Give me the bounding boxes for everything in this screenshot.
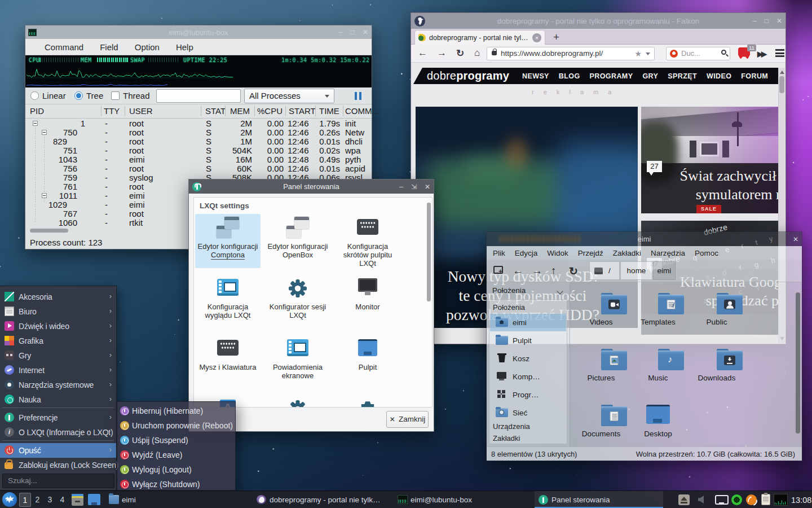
qps-menu-help[interactable]: Help [176,42,193,52]
quicklaunch-terminal-icon[interactable] [72,494,83,506]
fm-menu-przejdź[interactable]: Przejdź [578,249,603,257]
menu-item-nauka[interactable]: Nauka› [0,392,116,407]
qps-maximize-button[interactable]: □ [351,29,355,36]
workspace-button-1[interactable]: 1 [19,493,31,507]
fm-path-home[interactable]: home [620,261,652,280]
fm-menu-widok[interactable]: Widok [547,249,568,257]
falkon-back-button[interactable]: ← [418,47,427,59]
submenu-item-hibernuj-hibernate[interactable]: Hibernuj (Hibernate) [117,404,235,418]
fast-forward-icon[interactable]: ▶▶ [757,50,765,58]
qps-column-user[interactable]: USER [129,106,153,116]
tray-update-icon[interactable] [746,494,757,505]
tray-monitor-icon[interactable] [715,495,729,505]
settings-item-arch[interactable] [335,395,400,408]
menu-item-biuro[interactable]: Biuro› [0,304,116,319]
fm-menu-zakładki[interactable]: Zakładki [613,249,641,257]
fm-path-eimi[interactable]: eimi [653,261,676,280]
fm-menu-edycja[interactable]: Edycja [515,249,538,257]
qps-column-comm[interactable]: COMM... [345,106,379,116]
fm-folder-downloads[interactable]: Downloads [689,348,745,402]
fm-folder-templates[interactable]: Templates [630,292,686,346]
qps-column-cpu[interactable]: %CPU [257,106,283,116]
settings-item-pulpit[interactable]: Pulpit [335,335,400,389]
menu-item-internet[interactable]: Internet› [0,363,116,378]
fm-section-zakładki[interactable]: Zakładki [493,434,520,443]
submenu-item-u-pij-suspend[interactable]: Uśpij (Suspend) [117,433,235,448]
menu-item-d-wi-k-i-wideo[interactable]: Dźwięk i wideo› [0,319,116,334]
qps-process-row[interactable]: 1043-eimiS16M0.0012:480.49spyth [25,155,372,164]
fm-folder-videos[interactable]: Videos [573,292,629,346]
falkon-home-button[interactable]: ⌂ [474,47,480,59]
qps-filter-input[interactable] [156,89,241,103]
qps-menu-option[interactable]: Option [135,42,160,52]
falkon-menu-button[interactable] [775,49,784,57]
falkon-new-tab-button[interactable]: + [553,31,559,43]
tray-volume-icon[interactable] [698,496,704,503]
settings-item-edytor-konfiguracji[interactable]: Edytor konfiguracjiComptona [195,214,261,268]
qps-process-row[interactable]: 1-rootS2M0.0012:461.79sinit [25,119,372,128]
falkon-minimize-button[interactable]: – [753,17,757,24]
falkon-close-button[interactable]: ✕ [776,17,782,24]
falkon-reload-button[interactable]: ↻ [456,47,464,59]
tray-eject-icon[interactable] [678,494,690,505]
menu-item-gry[interactable]: Gry› [0,348,116,363]
qps-pause-button[interactable] [355,92,361,100]
qps-tree-radio[interactable] [74,91,83,100]
falkon-forward-button[interactable]: → [437,47,447,59]
submenu-item-uruchom-ponownie-reboot[interactable]: Uruchom ponownie (Reboot) [117,418,235,433]
settings-item-powiadomienia[interactable]: Powiadomieniaekranowe [265,335,330,389]
site-nav-programy[interactable]: PROGRAMY [590,72,633,80]
fm-scrollbar[interactable] [795,284,801,445]
menu-item-o-lxqt-informacje-o-lxqt[interactable]: O LXQt (Informacje o LXQt) [0,425,116,440]
qps-column-tty[interactable]: TTY [104,106,120,116]
fm-new-tab-button[interactable] [493,266,503,274]
fm-folder-public[interactable]: Public [689,292,745,346]
qps-close-button[interactable]: ✕ [363,29,368,36]
fm-menu-plik[interactable]: Plik [493,249,505,257]
fm-place-progr[interactable]: Progr… [490,386,566,404]
fm-section-urządzenia[interactable]: Urządzenia [493,422,530,431]
workspace-button-3[interactable]: 3 [44,493,56,507]
settings-item-konfigurator-sesji[interactable]: Konfigurator sesjiLXQt [265,274,330,329]
submenu-item-wy-cz-shutdown[interactable]: Wyłącz (Shutdown) [117,477,235,492]
qps-linear-radio[interactable] [30,91,39,100]
fm-menu-narzędzia[interactable]: Narzędzia [651,249,685,257]
menu-search-input[interactable]: Szukaj... [2,474,114,488]
article-card-house[interactable]: 27 SALE Świat zachwycił się posymulatore… [641,107,779,213]
site-logo[interactable]: dobreprogramy [427,69,509,82]
search-icon[interactable] [721,50,726,55]
qps-thread-checkbox[interactable] [111,91,120,100]
tray-system-graph-icon[interactable] [774,494,788,506]
qps-menu-command[interactable]: Command [45,42,83,52]
task-button-falkon[interactable]: dobreprogramy - portal nie tylko o o... [253,491,388,508]
qps-column-pid[interactable]: PID [30,106,44,116]
quicklaunch-screen-icon[interactable] [88,494,100,505]
bookmark-star-icon[interactable]: ★ [634,47,642,60]
qps-titlebar[interactable]: eimi@lubuntu-box –□✕ [25,25,372,39]
panel-close-button[interactable]: ✕ [425,183,430,190]
qps-menu-field[interactable]: Field [100,42,118,52]
menu-item-grafika[interactable]: Grafika› [0,334,116,348]
panel-close-dialog-button[interactable]: ✕Zamknij [386,411,429,428]
falkon-tab-close-icon[interactable]: × [532,33,541,42]
site-nav-wideo[interactable]: WIDEO [707,72,731,80]
falkon-maximize-button[interactable]: □ [765,17,769,24]
menu-item-preferencje[interactable]: Preferencje› [0,410,116,425]
panel-minimize-button[interactable]: – [399,183,403,190]
settings-item-gear[interactable] [265,395,330,408]
qps-column-time[interactable]: TIME [319,106,339,116]
submenu-item-wyjd-leave[interactable]: Wyjdź (Leave) [117,448,235,462]
falkon-titlebar[interactable]: dobreprogramy - portal nie tylko o oprog… [411,13,785,29]
settings-item-konfiguracja[interactable]: Konfiguracjawyglądu LXQt [195,274,261,329]
qps-column-start[interactable]: START [289,106,316,116]
start-menu-button[interactable] [2,492,17,507]
fm-reload-button[interactable]: ↻ [569,265,578,278]
fm-folder-pictures[interactable]: Pictures [573,348,629,402]
fm-close-button[interactable]: ✕ [793,236,798,243]
fm-place-kosz[interactable]: Kosz [490,350,566,367]
qps-process-row[interactable]: 829-rootS1M0.0012:460.01sdhcli [25,137,372,146]
settings-item-mysz-i-klawiatura[interactable]: Mysz i Klawiatura [195,335,261,389]
qps-process-row[interactable]: 756-rootS60K0.0012:460.01sacpid [25,164,372,173]
task-button-qps[interactable]: eimi@lubuntu-box [394,491,529,508]
settings-item-monitor[interactable]: Monitor [335,274,400,329]
